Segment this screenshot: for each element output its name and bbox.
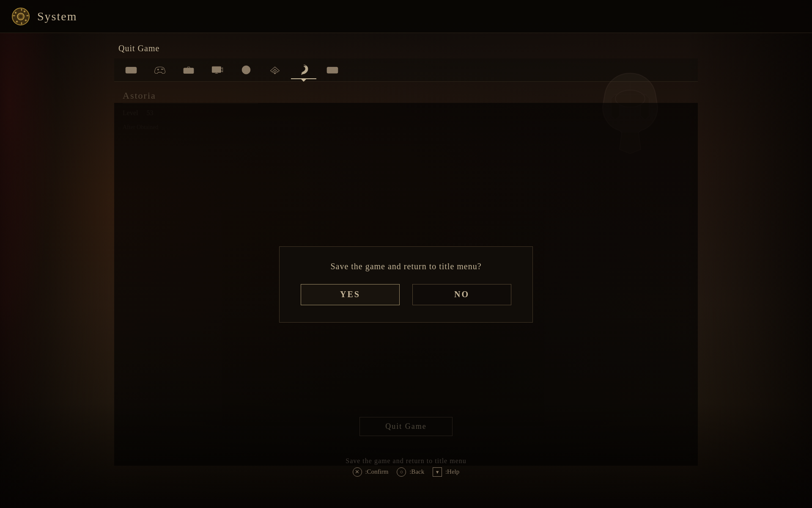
tab-display[interactable] <box>205 61 230 79</box>
section-label: Quit Game <box>118 44 159 53</box>
dialog-buttons: YES NO <box>301 284 511 305</box>
svg-point-9 <box>162 69 163 70</box>
tab-controller[interactable] <box>147 61 173 79</box>
tab-r1[interactable]: R1 <box>320 61 345 79</box>
no-button[interactable]: NO <box>412 284 511 305</box>
character-name: Astoria <box>123 90 258 104</box>
back-icon: ○ <box>397 467 406 477</box>
confirm-icon: ✕ <box>353 467 362 477</box>
tab-system[interactable] <box>291 61 316 79</box>
title-bar: System <box>0 0 812 33</box>
help-label: :Help <box>445 468 459 475</box>
page-title: System <box>37 10 77 23</box>
hint-controls: ✕ :Confirm ○ :Back ▼ :Help <box>353 467 460 477</box>
system-panel: Quit Game L1 <box>114 33 698 508</box>
dialog-overlay: Save the game and return to title menu? … <box>114 103 698 466</box>
svg-point-8 <box>161 69 162 70</box>
gear-icon <box>11 6 31 27</box>
help-hint: ▼ :Help <box>433 467 459 477</box>
svg-point-12 <box>191 69 192 70</box>
back-label: :Back <box>409 468 424 475</box>
content-area: Astoria Level 53 After Obtained <box>114 82 698 508</box>
tab-language[interactable] <box>233 61 259 79</box>
dialog-question: Save the game and return to title menu? <box>330 262 481 271</box>
svg-point-11 <box>187 69 190 72</box>
tab-network[interactable] <box>262 61 288 79</box>
svg-rect-13 <box>212 66 221 72</box>
tab-l1[interactable]: L1 <box>118 61 144 79</box>
svg-point-2 <box>19 15 22 18</box>
yes-button[interactable]: YES <box>301 284 400 305</box>
confirm-hint: ✕ :Confirm <box>353 467 389 477</box>
svg-text:L1: L1 <box>129 69 133 72</box>
svg-point-21 <box>274 73 276 74</box>
help-icon: ▼ <box>433 467 442 477</box>
svg-text:R1: R1 <box>331 69 335 72</box>
tab-camera[interactable] <box>176 61 201 79</box>
confirm-label: :Confirm <box>365 468 388 475</box>
dialog-box: Save the game and return to title menu? … <box>279 246 533 323</box>
back-hint: ○ :Back <box>397 467 424 477</box>
